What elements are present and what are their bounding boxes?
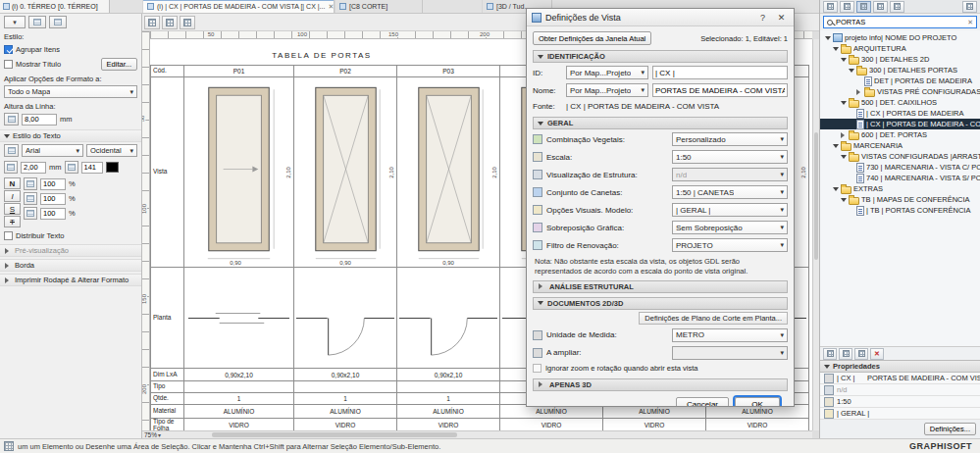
tree-item-folder[interactable]: VISTAS PRÉ CONFIGURADAS (820, 86, 980, 97)
tree-item-view[interactable]: 730 | MARCENARIA - VISTA C/ PORTAS (820, 162, 980, 173)
properties-header[interactable]: Propriedades (820, 360, 980, 373)
tree-item-view[interactable]: | CX | PORTAS DE MADEIRA (820, 108, 980, 119)
font-size-input[interactable] (21, 162, 46, 174)
dialog-titlebar[interactable]: Definições de Vista ? ✕ (527, 9, 794, 26)
vertical-scrollbar[interactable] (812, 39, 819, 430)
apenas-3d-section[interactable]: APENAS 3D (533, 378, 788, 391)
close-icon[interactable]: ✕ (774, 11, 789, 24)
property-row-structure[interactable]: n/d (820, 384, 980, 396)
tree-item-folder[interactable]: 500 | DET. CAIXILHOS (820, 97, 980, 108)
analise-header: ANÁLISE ESTRUTURAL (549, 282, 634, 291)
tree-item-project[interactable]: projeto info| NOME DO PROJETO (820, 32, 980, 43)
canetas-select[interactable]: 1:50 | CANETAS (672, 185, 788, 199)
geral-section[interactable]: GERAL (533, 117, 788, 129)
organizer-icon[interactable] (962, 1, 977, 13)
tree-item-folder[interactable]: 600 | DET. PORTAS (820, 129, 980, 140)
id-mode-select[interactable]: Por Map...Projeto (566, 66, 648, 79)
tree-item-folder[interactable]: MARCENARIA (820, 140, 980, 151)
tree-item-folder[interactable]: ARQUITETURA (820, 43, 980, 54)
analise-estrutural-section[interactable]: ANÁLISE ESTRUTURAL (533, 280, 788, 293)
tree-item-view-selected[interactable]: | CX | PORTAS DE MADEIRA - COM VISTA (820, 119, 980, 129)
width-factor-input[interactable] (40, 178, 66, 190)
property-row-name[interactable]: | CX | PORTAS DE MADEIRA - COM VISTA (820, 373, 980, 384)
tree-item-folder[interactable]: VISTAS CONFIGURADAS |ARRASTAR PARA PAS (820, 151, 980, 162)
view-map-icon[interactable] (856, 1, 871, 13)
clone-folder-icon[interactable] (854, 348, 868, 360)
pan-icon[interactable] (144, 16, 160, 29)
imprimir-rodape-section[interactable]: Imprimir Rodapé & Alterar Formato (0, 274, 141, 286)
new-folder-icon[interactable] (823, 348, 837, 360)
nome-value-input[interactable] (652, 83, 788, 97)
underline-button[interactable]: S (4, 203, 21, 215)
tree-item-folder[interactable]: 300 | DETALHES PORTAS (820, 65, 980, 76)
opcoes-visuais-select[interactable]: | GERAL | (672, 203, 788, 217)
search-input[interactable] (836, 18, 964, 26)
italic-button[interactable]: I (4, 190, 21, 202)
borda-section[interactable]: Borda (0, 259, 141, 272)
documentos-2d3d-section[interactable]: DOCUMENTOS 2D/3D (533, 297, 788, 310)
get-current-window-settings-button[interactable]: Obter Definições da Janela Atual (533, 31, 651, 45)
vegetais-select[interactable]: Personalizado (672, 132, 788, 146)
mostrar-titulo-checkbox[interactable] (4, 60, 13, 69)
editar-button[interactable]: Editar... (101, 58, 137, 71)
font-script-select[interactable]: Ocidental (86, 144, 137, 157)
bold-button[interactable]: N (4, 177, 21, 189)
scrollbar-thumb[interactable] (814, 132, 818, 260)
delete-icon[interactable]: ✕ (870, 348, 884, 360)
tree-item-view[interactable]: DET | PORTAS DE MADEIRA (820, 76, 980, 86)
tree-item-view[interactable]: | TB | PORTAS CONFERÊNCIA (820, 205, 980, 216)
cancel-button[interactable]: Cancelar (676, 397, 729, 407)
table-scheme-icon[interactable] (162, 16, 178, 29)
style-dropdown[interactable] (4, 16, 26, 28)
unidade-select[interactable]: METRO (672, 328, 788, 342)
table-fields-icon[interactable] (180, 16, 195, 29)
layout-book-icon[interactable] (873, 1, 888, 13)
previsualizacao-section[interactable]: Pré-visualização (0, 244, 141, 257)
font-family-select[interactable]: Arial (22, 144, 83, 157)
door-elevation-2: 0,90 2,10 (294, 77, 397, 268)
agrupar-itens-checkbox[interactable] (4, 45, 13, 54)
definicoes-button[interactable]: Definições... (924, 423, 976, 435)
spacing-factor-input[interactable] (40, 193, 66, 205)
fields-table-icon[interactable] (49, 16, 67, 28)
help-icon[interactable]: ? (755, 11, 770, 24)
altura-linha-input[interactable] (22, 114, 57, 126)
tree-item-view[interactable]: 740 | MARCENARIA - VISTA S/ PORTAS (820, 173, 980, 183)
tab-section-c8[interactable]: [C8 CORTE] (335, 0, 423, 13)
escala-select[interactable]: 1:50 (672, 150, 788, 164)
property-row-mvo[interactable]: | GERAL | (820, 408, 980, 420)
save-view-icon[interactable] (839, 348, 852, 360)
estilo-texto-section[interactable]: Estilo do Texto (0, 129, 141, 142)
tree-item-folder[interactable]: EXTRAS (820, 183, 980, 194)
publisher-icon[interactable] (890, 1, 904, 13)
scheme-table-icon[interactable] (28, 16, 46, 28)
navigator-search[interactable]: ✕ (823, 16, 977, 28)
nome-mode-select[interactable]: Por Map...Projeto (566, 83, 648, 97)
tab-floor-plan[interactable]: (i) 0. TÉRREO [0. TÉRREO] (0, 0, 110, 13)
close-icon[interactable]: ✕ (328, 3, 334, 11)
id-value-input[interactable] (652, 66, 788, 79)
tree-item-folder[interactable]: 300 | DETALHES 2D (820, 54, 980, 65)
zoom-level-dropdown[interactable]: 75% (144, 431, 161, 438)
horizontal-scrollbar[interactable] (212, 432, 457, 437)
sobreposicao-select[interactable]: Sem Sobreposição (672, 221, 788, 234)
renovacao-select[interactable]: PROJETO (672, 238, 788, 252)
project-chooser-icon[interactable] (823, 1, 838, 13)
spacing-input[interactable] (81, 162, 103, 174)
width-factor-glyph (26, 180, 34, 187)
strikethrough-button[interactable]: T (4, 216, 21, 227)
aplicar-opcoes-select[interactable]: Todo o Mapa (4, 85, 137, 98)
font-favorite-icon[interactable] (4, 144, 19, 157)
imprimir-rodape-header: Imprimir Rodapé & Alterar Formato (15, 276, 129, 284)
distribuir-texto-checkbox[interactable] (4, 231, 13, 240)
text-color-swatch[interactable] (106, 162, 119, 173)
tree-item-folder[interactable]: TB | MAPAS DE CONFERÊNCIA (820, 194, 980, 205)
tab-active-detail-view[interactable]: (i) | CX | PORTAS DE MADEIRA - COM VISTA… (142, 0, 335, 13)
plano-corte-button[interactable]: Definições de Plano de Corte em Planta..… (639, 312, 788, 325)
clear-search-icon[interactable]: ✕ (967, 19, 973, 26)
identificacao-section[interactable]: IDENTIFICAÇÃO (533, 50, 788, 63)
property-row-scale[interactable]: 1:50 (820, 396, 980, 408)
ok-button[interactable]: OK (735, 397, 780, 407)
project-map-icon[interactable] (840, 1, 854, 13)
superscript-factor-input[interactable] (40, 208, 66, 220)
